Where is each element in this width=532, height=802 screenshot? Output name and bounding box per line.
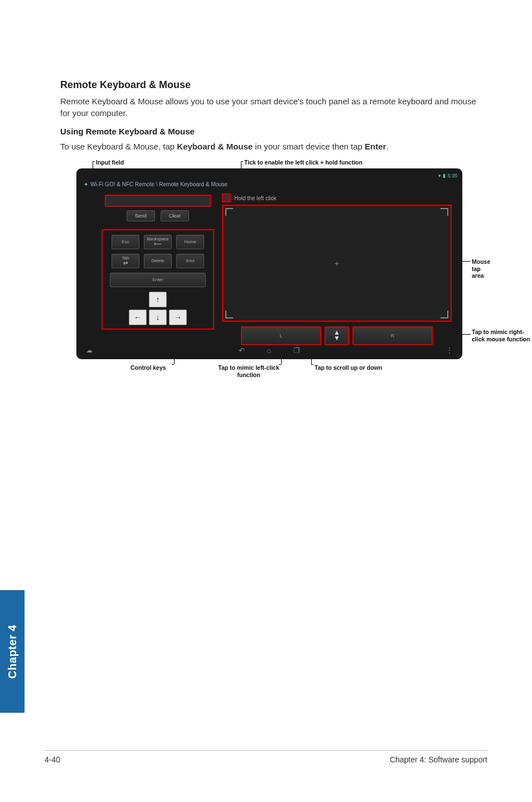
android-navbar: ☁ ↶ ⌂ ❐ ⋮ bbox=[77, 344, 462, 356]
status-bar: ▾▮5:35 bbox=[84, 171, 457, 180]
chapter-tab: Chapter 4 bbox=[0, 590, 25, 713]
app-title-bar: ✦ Wi-Fi GO! & NFC Remote \ Remote Keyboa… bbox=[84, 181, 228, 187]
wifi-icon: ▾ bbox=[438, 173, 441, 178]
callout-input-field: Input field bbox=[96, 159, 124, 166]
callout-scroll: Tap to scroll up or down bbox=[315, 364, 382, 371]
nav-voice-icon[interactable]: ☁ bbox=[86, 346, 93, 354]
delete-key[interactable]: Delete bbox=[144, 254, 172, 268]
nav-recent-icon[interactable]: ❐ bbox=[293, 346, 300, 355]
esc-key[interactable]: Esc bbox=[112, 235, 139, 249]
app-icon: ✦ bbox=[84, 181, 88, 187]
enter-key[interactable]: Enter bbox=[110, 273, 206, 287]
home-key[interactable]: Home bbox=[176, 235, 204, 249]
page-number: 4-40 bbox=[45, 755, 60, 764]
section-heading: Remote Keyboard & Mouse bbox=[60, 79, 487, 91]
callout-mouse-tap: Mouse tap area bbox=[472, 258, 490, 279]
right-click-button[interactable]: R bbox=[352, 326, 433, 345]
callout-control-keys: Control keys bbox=[130, 364, 166, 371]
sub-heading: Using Remote Keyboard & Mouse bbox=[60, 127, 487, 136]
callout-tick: Tick to enable the left click + hold fun… bbox=[244, 159, 362, 166]
left-click-button[interactable]: L bbox=[241, 326, 321, 345]
tablet-screenshot: ▾▮5:35 ✦ Wi-Fi GO! & NFC Remote \ Remote… bbox=[77, 169, 462, 359]
backspace-key[interactable]: Backspace⟵ bbox=[144, 235, 172, 249]
nav-home-icon[interactable]: ⌂ bbox=[267, 346, 272, 355]
nav-menu-icon[interactable]: ⋮ bbox=[446, 346, 453, 354]
end-key[interactable]: End bbox=[176, 254, 204, 268]
intro-text: Remote Keyboard & Mouse allows you to us… bbox=[60, 95, 487, 119]
control-keys-group: Esc Backspace⟵ Home Tab⇄ Delete End Ente… bbox=[101, 229, 214, 330]
input-field[interactable] bbox=[105, 195, 211, 207]
hold-left-click-label: Hold the left click bbox=[234, 195, 277, 201]
tab-key[interactable]: Tab⇄ bbox=[112, 254, 139, 268]
callout-left-click: Tap to mimic left-click function bbox=[215, 364, 282, 378]
scroll-button[interactable]: ▲▼ bbox=[325, 326, 349, 345]
crosshair-icon: + bbox=[335, 259, 339, 268]
keyboard-panel: Send Clear Esc Backspace⟵ Home Tab⇄ Dele… bbox=[98, 191, 217, 342]
arrow-left-key[interactable]: ← bbox=[129, 310, 147, 325]
page-footer: 4-40 Chapter 4: Software support bbox=[45, 750, 487, 764]
nav-back-icon[interactable]: ↶ bbox=[239, 346, 245, 355]
callout-right-click: Tap to mimic right-click mouse function bbox=[472, 328, 532, 342]
mouse-tap-area[interactable]: + bbox=[222, 205, 452, 322]
figure: Input field Tick to enable the left clic… bbox=[77, 169, 487, 359]
clear-button[interactable]: Clear bbox=[161, 210, 190, 221]
mouse-panel: Hold the left click + L ▲▼ R bbox=[222, 194, 452, 345]
send-button[interactable]: Send bbox=[127, 210, 155, 221]
arrow-down-key[interactable]: ↓ bbox=[149, 310, 167, 325]
hold-left-click-checkbox[interactable] bbox=[222, 194, 231, 202]
arrow-up-key[interactable]: ↑ bbox=[149, 292, 167, 307]
footer-title: Chapter 4: Software support bbox=[390, 755, 487, 764]
battery-icon: ▮ bbox=[443, 173, 446, 178]
arrow-right-key[interactable]: → bbox=[169, 310, 187, 325]
instruction-text: To use Keyboard & Mouse, tap Keyboard & … bbox=[60, 141, 487, 152]
